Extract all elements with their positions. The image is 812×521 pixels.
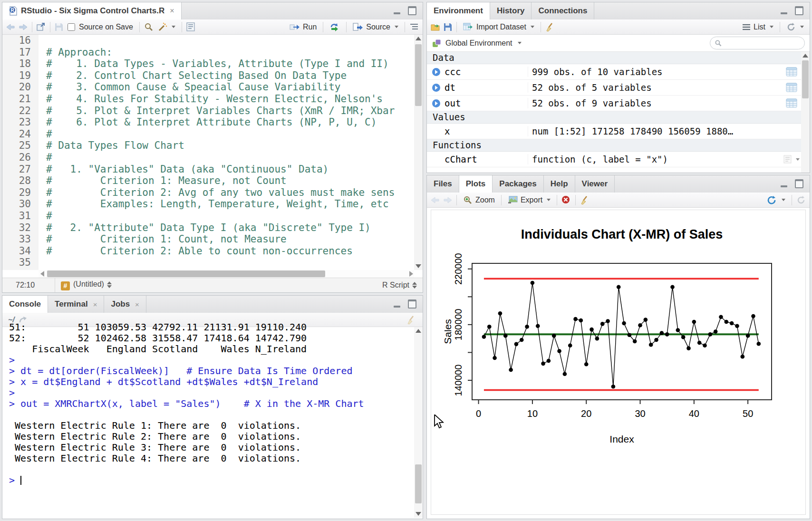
scroll-up-icon[interactable] xyxy=(416,329,421,333)
maximize-pane-icon[interactable] xyxy=(793,7,805,15)
environment-search-input[interactable] xyxy=(725,39,800,48)
save-icon[interactable] xyxy=(55,23,63,31)
tab-connections[interactable]: Connections xyxy=(532,2,594,19)
scrollbar-thumb[interactable] xyxy=(47,270,325,277)
clear-environment-icon[interactable] xyxy=(545,22,556,32)
source-button[interactable]: Source xyxy=(351,22,400,32)
export-plot-button[interactable]: Export xyxy=(506,195,552,205)
tab-environment[interactable]: Environment xyxy=(427,2,490,20)
maximize-pane-icon[interactable] xyxy=(406,300,418,309)
scroll-up-icon[interactable] xyxy=(802,54,808,58)
line-number: 31 xyxy=(2,210,31,222)
code-tools-button[interactable] xyxy=(156,21,177,33)
load-workspace-icon[interactable] xyxy=(431,23,441,31)
source-on-save-toggle[interactable]: Source on Save xyxy=(66,22,135,32)
tab-packages[interactable]: Packages xyxy=(493,175,543,193)
expand-object-icon[interactable] xyxy=(432,99,441,108)
object-value: 52 obs. of 5 variables xyxy=(528,82,782,93)
minimize-pane-icon[interactable] xyxy=(391,7,403,15)
data-point xyxy=(633,339,637,344)
x-tick-label: 40 xyxy=(689,408,699,419)
list-view-button[interactable]: List xyxy=(740,22,775,32)
scope-dropdown[interactable]: Global Environment xyxy=(445,39,512,48)
close-tab-icon[interactable]: × xyxy=(170,7,174,15)
view-table-icon[interactable] xyxy=(786,67,797,77)
console-cursor[interactable] xyxy=(20,476,21,485)
tab-viewer[interactable]: Viewer xyxy=(575,175,615,193)
expand-object-icon[interactable] xyxy=(432,68,441,77)
publish-button[interactable] xyxy=(765,194,787,206)
tab-terminal[interactable]: Terminal× xyxy=(48,296,104,313)
scroll-right-icon[interactable] xyxy=(409,271,413,277)
refresh-environment-button[interactable] xyxy=(784,21,806,33)
y-tick-label: 140000 xyxy=(453,365,464,396)
search-icon[interactable] xyxy=(144,22,154,32)
environment-object-row[interactable]: out52 obs. of 9 variables xyxy=(427,96,801,111)
refresh-plot-icon[interactable] xyxy=(796,195,806,205)
environment-searchbox[interactable] xyxy=(710,37,805,49)
tab-help[interactable]: Help xyxy=(544,175,575,193)
editor-vertical-scrollbar[interactable] xyxy=(414,35,423,270)
scroll-down-icon[interactable] xyxy=(416,264,421,268)
code-editor[interactable]: 1617181920212223242526272829303132333435… xyxy=(2,35,414,270)
scroll-left-icon[interactable] xyxy=(40,271,44,277)
source-on-save-checkbox[interactable] xyxy=(68,23,75,31)
back-icon[interactable] xyxy=(6,23,16,31)
environment-object-row[interactable]: cChartfunction (c, label = "x") xyxy=(427,152,801,167)
scrollbar-thumb[interactable] xyxy=(415,44,422,106)
environment-scope-icon xyxy=(432,39,442,48)
data-point xyxy=(697,341,702,345)
close-tab-icon[interactable]: × xyxy=(93,300,97,309)
file-type-selector[interactable]: R Script xyxy=(382,281,417,289)
minimize-pane-icon[interactable] xyxy=(778,180,790,188)
tab-console[interactable]: Console xyxy=(2,296,48,313)
r-document-icon: R xyxy=(9,6,18,16)
forward-icon[interactable] xyxy=(18,23,28,31)
expand-object-icon[interactable] xyxy=(432,83,441,92)
maximize-pane-icon[interactable] xyxy=(793,180,805,188)
environment-object-row[interactable]: xnum [1:52] 171258 178490 156059 1880… xyxy=(427,124,801,139)
popout-icon[interactable] xyxy=(37,23,46,31)
data-point xyxy=(649,343,653,347)
scope-selector[interactable]: #(Untitled) xyxy=(61,280,112,290)
close-tab-icon[interactable]: × xyxy=(135,300,139,309)
clear-all-plots-icon[interactable] xyxy=(580,195,590,205)
console-vertical-scrollbar[interactable] xyxy=(414,327,423,518)
tab-plots[interactable]: Plots xyxy=(459,175,493,193)
tab-files[interactable]: Files xyxy=(427,175,459,193)
scroll-down-icon[interactable] xyxy=(416,512,421,516)
scrollbar-thumb[interactable] xyxy=(802,60,809,98)
rerun-button[interactable] xyxy=(328,22,342,32)
import-table-icon xyxy=(463,23,474,31)
environment-vertical-scrollbar[interactable] xyxy=(801,52,810,173)
view-table-icon[interactable] xyxy=(786,83,797,92)
console-output[interactable]: 51: 51 103059.53 42792.11 21131.91 19110… xyxy=(9,322,411,517)
object-name: out xyxy=(445,98,461,108)
scroll-up-icon[interactable] xyxy=(416,37,421,40)
minimize-pane-icon[interactable] xyxy=(778,7,790,15)
tab-jobs[interactable]: Jobs× xyxy=(104,296,146,313)
line-number: 27 xyxy=(2,164,31,175)
next-plot-icon[interactable] xyxy=(443,196,452,204)
document-outline-icon[interactable] xyxy=(409,23,419,31)
scrollbar-thumb[interactable] xyxy=(415,464,422,503)
view-table-icon[interactable] xyxy=(786,98,797,108)
tab-history[interactable]: History xyxy=(490,2,532,19)
zoom-plot-button[interactable]: Zoom xyxy=(461,194,497,206)
previous-plot-icon[interactable] xyxy=(431,196,440,204)
tab-source-file[interactable]: R RStudio - Six Sigma Control Charts.R × xyxy=(2,2,182,20)
remove-plot-icon[interactable] xyxy=(561,195,571,205)
console-line: > xyxy=(9,387,411,398)
compile-report-icon[interactable] xyxy=(186,22,195,31)
environment-object-row[interactable]: dt52 obs. of 5 variables xyxy=(427,80,801,96)
data-point xyxy=(498,311,503,316)
minimize-pane-icon[interactable] xyxy=(391,300,403,309)
import-dataset-button[interactable]: Import Dataset xyxy=(461,22,536,32)
editor-horizontal-scrollbar[interactable] xyxy=(39,270,414,278)
save-workspace-icon[interactable] xyxy=(444,23,452,31)
object-value: 52 obs. of 9 variables xyxy=(528,98,782,108)
function-icon[interactable] xyxy=(783,155,793,164)
environment-object-row[interactable]: ccc999 obs. of 10 variables xyxy=(427,64,801,80)
run-button[interactable]: Run xyxy=(288,22,319,32)
maximize-pane-icon[interactable] xyxy=(406,7,418,15)
